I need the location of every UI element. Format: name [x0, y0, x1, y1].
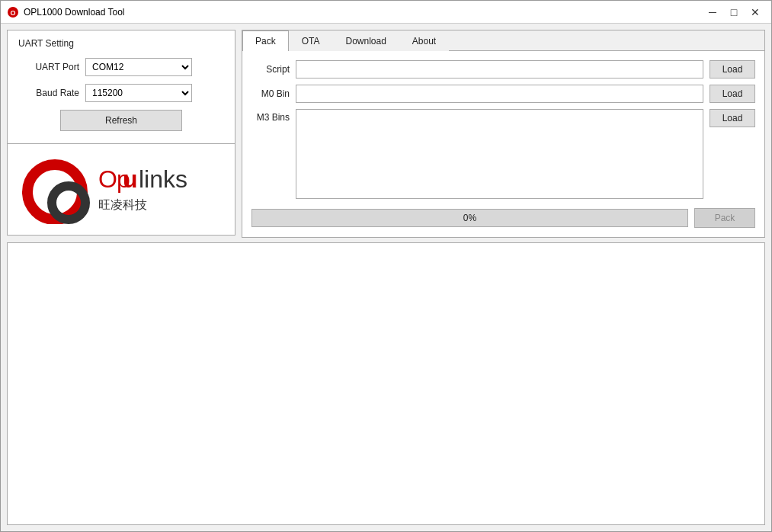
tab-pack[interactable]: Pack [242, 30, 289, 51]
uart-port-row: UART Port COM12 COM1 COM2 COM3 [18, 58, 224, 76]
maximize-button[interactable]: □ [724, 5, 744, 20]
svg-text:旺凌科技: 旺凌科技 [98, 198, 147, 211]
progress-row: 0% Pack [251, 208, 755, 228]
script-label: Script [251, 64, 290, 75]
svg-text:u: u [123, 165, 138, 193]
script-row: Script Load [251, 60, 755, 79]
m0bin-row: M0 Bin Load [251, 85, 755, 103]
m0bin-load-button[interactable]: Load [710, 85, 755, 103]
m0bin-input[interactable] [296, 85, 703, 103]
top-row: UART Setting UART Port COM12 COM1 COM2 C… [7, 30, 765, 238]
title-bar-controls: ─ □ ✕ [703, 5, 765, 20]
svg-text:links: links [139, 165, 187, 193]
script-input[interactable] [296, 60, 703, 79]
close-button[interactable]: ✕ [745, 5, 765, 20]
uart-port-select[interactable]: COM12 COM1 COM2 COM3 [85, 58, 192, 76]
tab-download[interactable]: Download [332, 30, 399, 51]
main-content: UART Setting UART Port COM12 COM1 COM2 C… [1, 24, 771, 531]
opulinks-logo: Op u links 旺凌科技 [18, 155, 224, 224]
m3bins-load-button[interactable]: Load [710, 109, 755, 127]
tab-pack-content: Script Load M0 Bin Load M3 Bins L [242, 51, 764, 237]
uart-setting-title: UART Setting [18, 38, 224, 49]
right-panel: Pack OTA Download About Script Load M0 B… [242, 30, 765, 238]
app-window: O OPL1000 Download Tool ─ □ ✕ UART Setti… [0, 0, 772, 532]
pack-button[interactable]: Pack [694, 208, 755, 228]
logo-box: Op u links 旺凌科技 [7, 144, 235, 236]
opulinks-svg-logo: Op u links 旺凌科技 [18, 155, 224, 224]
baud-rate-label: Baud Rate [18, 88, 79, 98]
m3bins-label: M3 Bins [251, 109, 290, 123]
progress-label: 0% [463, 213, 476, 223]
left-panel: UART Setting UART Port COM12 COM1 COM2 C… [7, 30, 235, 238]
title-bar-text: OPL1000 Download Tool [24, 7, 703, 18]
baud-rate-select[interactable]: 115200 9600 19200 38400 57600 230400 460… [85, 84, 192, 102]
script-load-button[interactable]: Load [710, 60, 755, 79]
uart-setting-box: UART Setting UART Port COM12 COM1 COM2 C… [7, 30, 235, 144]
progress-bar-container: 0% [251, 209, 688, 227]
log-area [7, 242, 765, 525]
tab-about[interactable]: About [399, 30, 449, 51]
app-icon: O [7, 6, 19, 18]
minimize-button[interactable]: ─ [703, 5, 722, 20]
m3bins-textarea[interactable] [296, 109, 703, 199]
uart-port-label: UART Port [18, 62, 79, 72]
baud-rate-row: Baud Rate 115200 9600 19200 38400 57600 … [18, 84, 224, 102]
refresh-button[interactable]: Refresh [60, 110, 182, 131]
tab-ota[interactable]: OTA [289, 30, 333, 51]
m0bin-label: M0 Bin [251, 88, 290, 99]
svg-text:O: O [10, 9, 15, 17]
tab-bar: Pack OTA Download About [242, 30, 764, 51]
title-bar: O OPL1000 Download Tool ─ □ ✕ [1, 1, 771, 24]
m3bins-row: M3 Bins Load [251, 109, 755, 199]
